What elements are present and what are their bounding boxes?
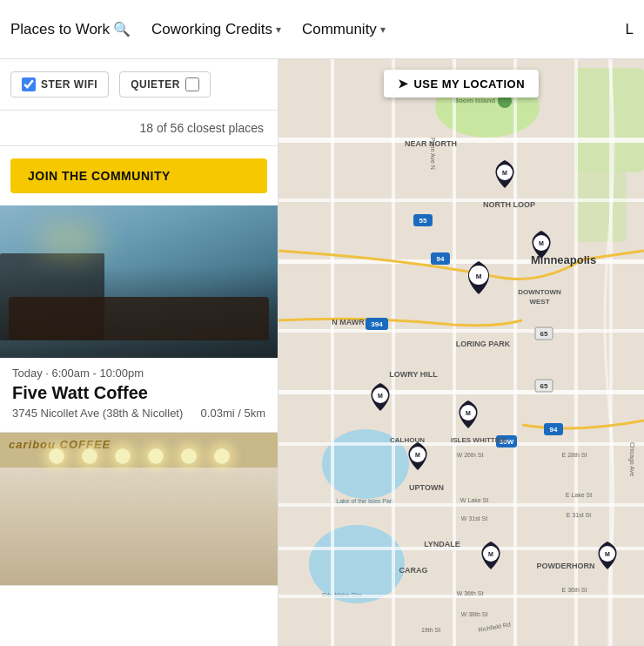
place-hours: Today · 6:00am - 10:00pm	[12, 367, 265, 380]
place-address: 3745 Nicollet Ave (38th & Nicollet)	[12, 407, 183, 420]
svg-rect-5	[574, 172, 627, 242]
svg-text:LORING PARK: LORING PARK	[456, 340, 511, 348]
navigation: Places to Work 🔍 Coworking Credits ▾ Com…	[0, 0, 644, 59]
quieter-filter-label: QUIETER	[131, 78, 180, 91]
svg-text:M: M	[378, 393, 383, 399]
light-3	[115, 448, 131, 464]
svg-text:NORTH LOOP: NORTH LOOP	[483, 200, 535, 209]
svg-text:W 38th St: W 38th St	[461, 611, 488, 617]
light-4	[148, 448, 164, 464]
svg-text:W 31st St: W 31st St	[461, 515, 487, 522]
wifi-filter-label: STER WIFI	[41, 78, 97, 91]
svg-text:E 36th St: E 36th St	[562, 587, 587, 593]
place-distance: 0.03mi / 5km	[201, 407, 265, 420]
svg-rect-20	[392, 59, 395, 646]
svg-text:E 28th St: E 28th St	[562, 452, 587, 458]
counter-element	[9, 297, 269, 340]
place-image-second: caribou COFFEE	[0, 433, 278, 585]
svg-text:M: M	[502, 170, 507, 176]
quieter-checkbox[interactable]	[185, 77, 199, 91]
svg-text:94: 94	[550, 426, 558, 434]
filter-bar: STER WIFI QUIETER	[0, 59, 278, 111]
svg-rect-22	[513, 59, 517, 646]
svg-text:M: M	[466, 410, 471, 416]
chevron-down-icon: ▾	[276, 24, 281, 36]
svg-text:ISLES WHITTIER: ISLES WHITTIER	[451, 436, 506, 444]
svg-text:19th St: 19th St	[421, 627, 440, 633]
place-name: Five Watt Coffee	[12, 383, 265, 403]
svg-text:W 36th St: W 36th St	[457, 590, 484, 596]
place-address-row: 3745 Nicollet Ave (38th & Nicollet) 0.03…	[12, 407, 265, 420]
map-panel[interactable]: Boom Island Park Lake of the Isles Park …	[278, 59, 644, 646]
light-1	[49, 448, 64, 464]
svg-text:M: M	[488, 551, 493, 557]
place-card-five-watt[interactable]: Today · 6:00am - 10:00pm Five Watt Coffe…	[0, 205, 278, 433]
svg-text:LOWRY HILL: LOWRY HILL	[389, 370, 438, 379]
svg-text:POWDERHORN: POWDERHORN	[537, 562, 595, 570]
svg-rect-23	[574, 59, 578, 646]
svg-text:WEST: WEST	[529, 298, 549, 306]
places-count: 18 of 56 closest places	[0, 111, 278, 146]
map-svg: Boom Island Park Lake of the Isles Park …	[278, 59, 644, 646]
light-6	[214, 448, 230, 464]
svg-text:E Lake St: E Lake St	[566, 492, 592, 498]
location-arrow-icon: ➤	[398, 77, 409, 91]
chevron-down-icon: ▾	[380, 24, 386, 36]
wifi-checkbox[interactable]	[22, 77, 36, 91]
svg-text:W Lake St: W Lake St	[460, 497, 488, 503]
light-2	[82, 448, 97, 464]
place-card-second[interactable]: caribou COFFEE	[0, 433, 278, 586]
nav-places-to-work[interactable]: Places to Work 🔍	[10, 21, 131, 38]
svg-text:M: M	[539, 240, 544, 246]
count-text: 18 of 56 closest places	[140, 121, 264, 135]
nav-community-label: Community	[302, 21, 377, 38]
use-location-label: USE MY LOCATION	[413, 77, 525, 91]
svg-text:M: M	[476, 273, 482, 280]
svg-text:Lake of the Isles Park: Lake of the Isles Park	[336, 498, 395, 504]
join-btn-label: JOIN THE COMMUNITY	[28, 169, 171, 183]
place-image-five-watt	[0, 205, 278, 358]
svg-text:M: M	[605, 551, 610, 557]
svg-text:W 26th St: W 26th St	[457, 452, 484, 458]
svg-text:55: 55	[419, 217, 427, 225]
coffee2-lights	[0, 448, 278, 464]
place-info-five-watt: Today · 6:00am - 10:00pm Five Watt Coffe…	[0, 358, 278, 432]
nav-coworking-label: Coworking Credits	[151, 21, 272, 38]
quieter-filter[interactable]: QUIETER	[119, 71, 211, 98]
svg-text:UPTOWN: UPTOWN	[409, 483, 444, 492]
svg-text:65: 65	[540, 382, 548, 390]
join-community-button[interactable]: JOIN THE COMMUNITY	[10, 158, 267, 193]
svg-text:N MAWR: N MAWR	[332, 318, 365, 326]
svg-text:394: 394	[371, 320, 383, 328]
nav-places-label: Places to Work	[10, 21, 110, 38]
svg-text:Penn Ave N: Penn Ave N	[430, 138, 436, 170]
nav-login[interactable]: L	[626, 21, 634, 38]
map-background: Boom Island Park Lake of the Isles Park …	[278, 59, 644, 646]
svg-text:CALHOUN: CALHOUN	[390, 436, 425, 444]
svg-text:E 31st St: E 31st St	[567, 512, 591, 518]
svg-rect-19	[331, 59, 334, 646]
svg-text:CARAG: CARAG	[399, 566, 428, 575]
nav-community[interactable]: Community ▾	[302, 21, 386, 38]
svg-text:DOWNTOWN: DOWNTOWN	[518, 288, 561, 296]
svg-text:Chicago Ave: Chicago Ave	[628, 442, 635, 476]
wifi-filter[interactable]: STER WIFI	[10, 71, 109, 98]
search-icon: 🔍	[113, 21, 131, 37]
main-layout: STER WIFI QUIETER 18 of 56 closest place…	[0, 59, 644, 646]
use-my-location-button[interactable]: ➤ USE MY LOCATION	[384, 70, 539, 98]
svg-text:94: 94	[437, 255, 445, 263]
svg-text:65: 65	[540, 330, 548, 338]
svg-text:M: M	[415, 452, 420, 458]
light-5	[181, 448, 197, 464]
nav-coworking-credits[interactable]: Coworking Credits ▾	[151, 21, 281, 38]
left-panel: STER WIFI QUIETER 18 of 56 closest place…	[0, 59, 278, 646]
nav-login-label: L	[626, 21, 634, 37]
svg-text:LYNDALE: LYNDALE	[424, 540, 460, 548]
